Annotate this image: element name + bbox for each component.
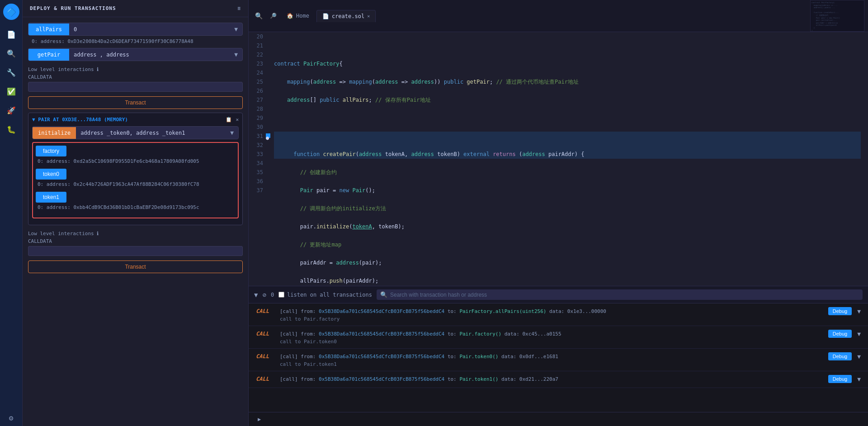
home-tab-label: Home xyxy=(296,13,309,19)
info-icon-2[interactable]: ℹ xyxy=(97,231,99,237)
token1-item: token1 0: address: 0xbb4CdB9CBd36B01bD1c… xyxy=(36,192,235,211)
allpairs-value: 0 xyxy=(69,24,230,35)
initialize-label[interactable]: initialize xyxy=(33,127,76,139)
line-32: allPairs.push(pairAddr); xyxy=(274,276,861,285)
tx-2-detail: [call] from: 0x5B38Da6a701c568545dCfcB03… xyxy=(280,331,825,337)
tx-collapse-btn[interactable]: ▼ xyxy=(254,291,258,298)
line-26: // 创建新合约 xyxy=(274,168,861,177)
calldata-label-1: CALLDATA xyxy=(28,74,243,80)
sidebar-icon-files[interactable]: 📄 xyxy=(3,26,19,43)
tx-4-main-row: CALL [call] from: 0x5B38Da6a701c568545dC… xyxy=(256,375,861,383)
tx-1-debug-btn[interactable]: Debug xyxy=(828,307,852,315)
tx-clear-btn[interactable]: ⊘ xyxy=(262,291,266,298)
allpairs-label[interactable]: allPairs xyxy=(28,24,69,35)
code-editor[interactable]: 20 21 22 23 24 25 26 27 28 29 30 31 32 3… xyxy=(249,32,868,286)
tx-1-badge: CALL xyxy=(256,308,276,314)
tx-3-chevron[interactable]: ▼ xyxy=(857,353,861,360)
transact-btn-1[interactable]: Transact xyxy=(28,96,243,109)
sol-tab-close[interactable]: ✕ xyxy=(367,14,370,19)
home-tab-icon: 🏠 xyxy=(287,13,293,19)
pair-contract-section: ▼ PAIR AT 0XD3E...78A48 (MEMORY) 📋 ✕ ini… xyxy=(28,113,243,225)
calldata-label-2: CALLDATA xyxy=(28,238,243,244)
panel-content: allPairs 0 ▼ 0: address: 0xD3e2008b4Da2c… xyxy=(23,17,248,426)
tx-item-1: CALL [call] from: 0x5B38Da6a701c568545dC… xyxy=(249,303,868,326)
token1-btn[interactable]: token1 xyxy=(36,192,66,203)
tx-item-3: CALL [call] from: 0x5B38Da6a701c568545dC… xyxy=(249,349,868,371)
panel-menu-icon[interactable]: ≡ xyxy=(237,5,241,11)
tx-item-2: CALL [call] from: 0x5B38Da6a701c568545dC… xyxy=(249,326,868,349)
tx-4-badge: CALL xyxy=(256,376,276,382)
line-30: // 更新地址map xyxy=(274,240,861,249)
tx-3-sub: call to Pair.token1 xyxy=(256,361,861,367)
factory-item: factory 0: address: 0xd2a5bC10698FD955D1… xyxy=(36,146,235,165)
panel-header: DEPLOY & RUN TRANSACTIONS ≡ xyxy=(23,0,248,17)
editor-area: 🔍 🔎 🏠 Home 📄 create.sol ✕ contract PairF… xyxy=(249,0,868,286)
tx-4-detail: [call] from: 0x5B38Da6a701c568545dCfcB03… xyxy=(280,376,825,382)
sidebar-icon-deploy[interactable]: 🚀 xyxy=(3,102,19,118)
initialize-params: address _token0, address _token1 xyxy=(76,127,226,139)
getpair-arrow[interactable]: ▼ xyxy=(230,48,242,61)
left-panel: DEPLOY & RUN TRANSACTIONS ≡ allPairs 0 ▼… xyxy=(23,0,249,426)
line-24 xyxy=(274,114,861,123)
initialize-arrow[interactable]: ▼ xyxy=(226,127,238,139)
getpair-params: address , address xyxy=(69,49,230,61)
transact-btn-2[interactable]: Transact xyxy=(28,260,243,273)
tx-1-main-row: CALL [call] from: 0x5B38Da6a701c568545dC… xyxy=(256,307,861,315)
tx-listen-check: listen on all transactions xyxy=(278,292,372,298)
tx-2-debug-btn[interactable]: Debug xyxy=(828,330,852,338)
copy-icon[interactable]: 📋 xyxy=(226,117,232,123)
zoom-in-btn[interactable]: 🔎 xyxy=(267,11,279,21)
allpairs-address: 0: address: 0xD3e2008b4Da2cD6DEAF7347159… xyxy=(28,38,243,48)
zoom-out-btn[interactable]: 🔍 xyxy=(252,10,265,21)
tab-create-sol[interactable]: 📄 create.sol ✕ xyxy=(316,10,376,22)
minimap: contract PairFactory{ mapping(address =>… xyxy=(810,0,864,32)
factory-addr: 0: address: 0xd2a5bC10698FD955D1Fe6cb468… xyxy=(36,157,235,165)
sol-tab-icon: 📄 xyxy=(322,13,329,19)
pair-contract-name: ▼ PAIR AT 0XD3E...78A48 (MEMORY) xyxy=(32,117,128,123)
line-numbers: 20 21 22 23 24 25 26 27 28 29 30 31 32 3… xyxy=(249,32,267,286)
close-contract-icon[interactable]: ✕ xyxy=(236,117,239,123)
line-20 xyxy=(274,41,861,50)
sidebar-icon-search[interactable]: 🔍 xyxy=(3,45,19,62)
info-icon-1[interactable]: ℹ xyxy=(97,66,99,72)
tx-area: ▼ ⊘ 0 listen on all transactions 🔍 CALL … xyxy=(249,286,868,426)
tx-list: CALL [call] from: 0x5B38Da6a701c568545dC… xyxy=(249,303,868,412)
tx-search-input[interactable] xyxy=(390,292,859,298)
tx-3-debug-btn[interactable]: Debug xyxy=(828,352,852,360)
tx-search-bar: 🔍 xyxy=(377,289,863,300)
token0-btn[interactable]: token0 xyxy=(36,169,66,180)
tx-toolbar: ▼ ⊘ 0 listen on all transactions 🔍 xyxy=(249,286,868,303)
app-logo: 🔷 xyxy=(3,4,19,20)
tx-2-sub: call to Pair.token0 xyxy=(256,339,861,345)
tx-4-chevron[interactable]: ▼ xyxy=(857,376,861,383)
tx-expand-btn[interactable]: ▶ xyxy=(254,414,264,424)
listen-checkbox[interactable] xyxy=(278,292,284,298)
tx-1-chevron[interactable]: ▼ xyxy=(857,308,861,315)
sidebar-icon-settings[interactable]: ⚙ xyxy=(3,410,19,426)
line-27: Pair pair = new Pair(); xyxy=(274,186,861,195)
tx-2-chevron[interactable]: ▼ xyxy=(857,331,861,337)
line-29: pair.initialize(tokenA, tokenB); xyxy=(274,222,861,231)
line-25: ● function createPair(address tokenA, ad… xyxy=(274,132,861,159)
line-31: pairAddr = address(pair); xyxy=(274,258,861,267)
allpairs-arrow[interactable]: ▼ xyxy=(230,23,242,35)
sidebar-icon-check[interactable]: ✅ xyxy=(3,83,19,99)
calldata-input-2[interactable] xyxy=(28,246,243,256)
sidebar-icon-wrench[interactable]: 🔧 xyxy=(3,64,19,80)
tx-count: 0 xyxy=(271,292,274,298)
getpair-row: getPair address , address ▼ xyxy=(28,48,243,61)
code-content: contract PairFactory{ mapping(address =>… xyxy=(267,32,868,286)
panel-title: DEPLOY & RUN TRANSACTIONS xyxy=(30,5,116,11)
tx-1-detail: [call] from: 0x5B38Da6a701c568545dCfcB03… xyxy=(280,308,825,314)
tx-bottom-bar: ▶ xyxy=(249,412,868,426)
sidebar-icon-debug[interactable]: 🐛 xyxy=(3,121,19,137)
calldata-input-1[interactable] xyxy=(28,82,243,92)
tx-4-debug-btn[interactable]: Debug xyxy=(828,375,852,383)
allpairs-row: allPairs 0 ▼ xyxy=(28,23,243,36)
tx-3-detail: [call] from: 0x5B38Da6a701c568545dCfcB03… xyxy=(280,354,825,360)
getpair-label[interactable]: getPair xyxy=(28,49,69,61)
icon-bar: 🔷 📄 🔍 🔧 ✅ 🚀 🐛 ⚙ xyxy=(0,0,23,426)
factory-btn[interactable]: factory xyxy=(36,146,66,156)
low-interactions-1-title: Low level interactions ℹ xyxy=(28,66,243,72)
tab-home[interactable]: 🏠 Home xyxy=(281,10,315,22)
